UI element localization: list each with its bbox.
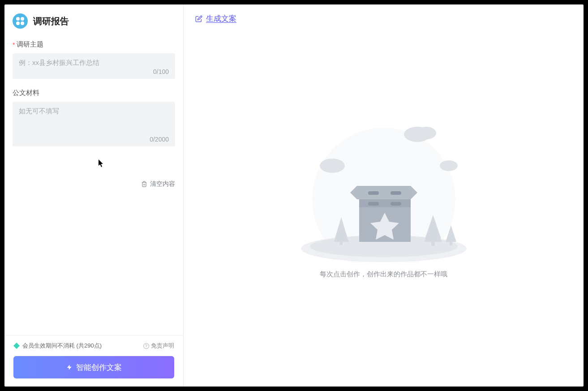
disclaimer-link[interactable]: ? 免责声明 [143,342,174,350]
required-mark-icon: * [13,41,15,48]
diamond-icon [13,343,20,349]
footer-info: 会员生效期间不消耗 (共290点) ? 免责声明 [13,342,174,350]
svg-rect-9 [450,241,452,245]
topic-input-wrap: 0/100 [13,53,175,79]
topic-group: * 调研主题 0/100 [13,40,175,79]
sidebar: 调研报告 * 调研主题 0/100 公文材料 0/2000 [4,4,184,387]
svg-rect-14 [368,202,379,206]
svg-rect-11 [359,199,411,207]
material-group: 公文材料 0/2000 [13,89,175,146]
svg-point-4 [440,160,458,171]
app-container: 调研报告 * 调研主题 0/100 公文材料 0/2000 [4,4,584,387]
material-input-wrap: 0/2000 [13,102,175,146]
clear-label: 清空内容 [150,180,175,188]
generate-label: 智能创作文案 [76,362,122,373]
clear-row: 清空内容 [133,175,183,188]
topic-label: * 调研主题 [13,40,175,49]
topic-label-text: 调研主题 [17,40,43,49]
edit-icon [195,15,202,22]
empty-illustration-icon [290,114,478,262]
svg-point-3 [416,127,436,139]
disclaimer-text: 免责声明 [151,342,174,350]
svg-rect-13 [391,191,401,195]
page-title: 调研报告 [33,15,69,27]
trash-icon [141,181,147,187]
main-panel: 生成文案 [184,4,584,387]
topic-input[interactable] [19,59,169,66]
member-text: 会员生效期间不消耗 (共290点) [22,342,102,350]
material-input[interactable] [19,107,169,134]
bolt-icon [66,363,73,371]
sidebar-header: 调研报告 [4,4,183,35]
main-header: 生成文案 [184,4,584,33]
info-icon: ? [143,343,149,349]
svg-rect-15 [391,202,401,206]
material-label: 公文材料 [13,89,175,97]
svg-rect-7 [340,240,343,245]
material-counter: 0/2000 [19,136,169,143]
main-header-title[interactable]: 生成文案 [206,13,236,24]
topic-counter: 0/100 [19,68,169,75]
member-info: 会员生效期间不消耗 (共290点) [13,342,102,350]
svg-rect-8 [431,240,435,246]
app-logo-icon [13,13,28,29]
clear-button[interactable]: 清空内容 [141,180,175,188]
empty-state: 每次点击创作，创作出来的作品都不一样哦 [184,33,584,387]
svg-point-1 [320,159,345,173]
empty-text: 每次点击创作，创作出来的作品都不一样哦 [320,270,447,279]
svg-rect-12 [368,191,379,195]
material-label-text: 公文材料 [13,89,39,97]
generate-button[interactable]: 智能创作文案 [13,356,174,378]
sidebar-footer: 会员生效期间不消耗 (共290点) ? 免责声明 智能创作文案 [4,335,183,387]
